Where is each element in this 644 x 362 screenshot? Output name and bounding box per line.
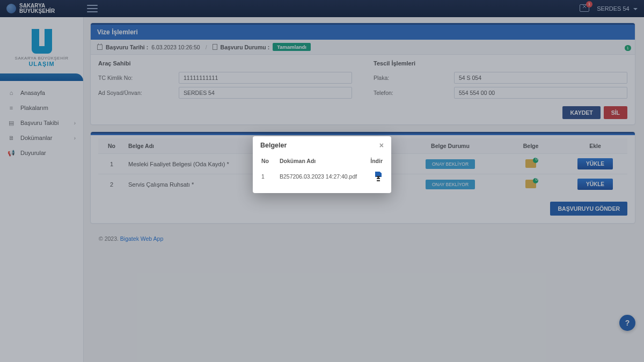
modal-row: 1B257206.03.2023 14:27:40.pdf — [260, 167, 384, 186]
mcell-no: 1 — [260, 167, 279, 186]
modal-table: No Doküman Adı İndir 1B257206.03.2023 14… — [260, 153, 384, 186]
belgeler-modal: Belgeler × No Doküman Adı İndir 1B257206… — [253, 136, 391, 193]
modal-title: Belgeler — [260, 142, 287, 149]
mcell-ad: B257206.03.2023 14:27:40.pdf — [279, 167, 362, 186]
modal-overlay[interactable]: Belgeler × No Doküman Adı İndir 1B257206… — [0, 0, 644, 362]
mcol-no: No — [260, 153, 279, 167]
modal-close-button[interactable]: × — [379, 142, 384, 149]
mcol-indir: İndir — [362, 153, 384, 167]
mcol-ad: Doküman Adı — [279, 153, 362, 167]
download-icon[interactable] — [374, 172, 383, 180]
